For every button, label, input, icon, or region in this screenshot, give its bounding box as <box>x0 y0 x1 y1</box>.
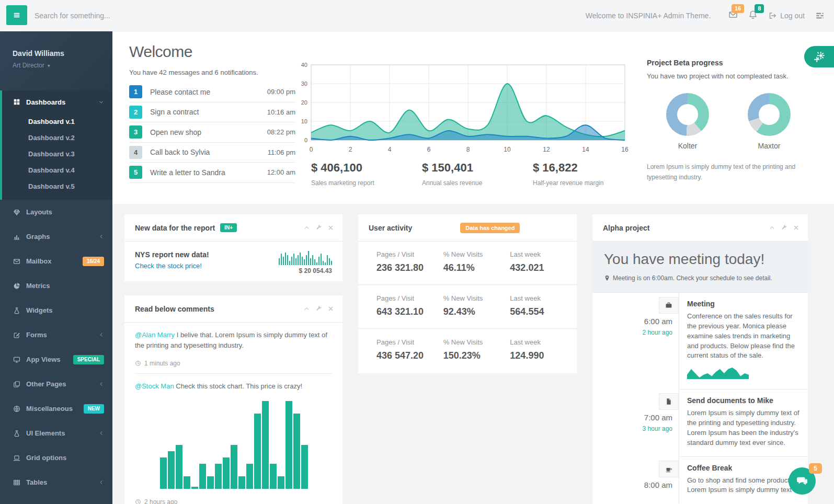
panel-tools <box>769 224 799 231</box>
svg-text:4: 4 <box>388 146 392 153</box>
todo-time: 09:00 pm <box>267 88 295 96</box>
envelope-icon <box>13 258 20 265</box>
stat-label: Annual sales revenue <box>422 179 533 187</box>
bar <box>302 257 303 265</box>
bar <box>301 445 308 489</box>
bar <box>191 487 198 489</box>
timeline-entry-meta: 7:00 am3 hour ago <box>592 389 679 456</box>
bar-chart-icon <box>13 233 20 240</box>
sidebar-item-other-pages[interactable]: Other Pages <box>2 372 112 396</box>
pin-icon <box>604 275 610 281</box>
stock-sparkline-chart <box>278 250 332 265</box>
bar <box>278 476 284 489</box>
chevron-left-icon <box>98 332 104 338</box>
laptop-icon <box>13 454 20 462</box>
messages-button[interactable]: 16 <box>728 10 738 21</box>
todo-label: Open new shop <box>150 128 267 136</box>
meeting-note-text: Meeting is on 6:00am. Check your schedul… <box>613 274 772 282</box>
close-icon[interactable] <box>327 224 334 231</box>
menu-toggle-button[interactable] <box>6 5 27 25</box>
todo-item[interactable]: 3Open new shop08:22 pm <box>129 122 295 143</box>
sidebar-item-ui-elements[interactable]: UI Elements <box>2 421 112 445</box>
sidebar-item-forms[interactable]: Forms <box>2 323 112 347</box>
bar <box>331 261 332 265</box>
todo-item[interactable]: 5Write a letter to Sandra12:00 am <box>129 163 295 183</box>
bar <box>321 254 322 265</box>
sidebar-item-app-views[interactable]: App ViewsSPECIAL <box>2 347 112 372</box>
sidebar-item-layouts[interactable]: Layouts <box>2 200 112 224</box>
todo-item[interactable]: 4Call back to Sylvia11:06 pm <box>129 143 295 163</box>
logout-button[interactable]: Log out <box>768 12 805 20</box>
wrench-icon[interactable] <box>781 224 787 231</box>
wrench-icon[interactable] <box>315 224 322 231</box>
timeline-entry-title: Send documents to Mike <box>687 396 801 405</box>
comment-timestamp: 1 minuts ago <box>135 360 332 367</box>
sidebar-item-label: UI Elements <box>26 429 98 437</box>
bar <box>285 401 292 489</box>
sidebar-item-dashboard-v-1[interactable]: Dashboard v.1 <box>2 113 112 130</box>
todo-time: 11:06 pm <box>268 148 295 156</box>
sidebar-item-miscellaneous[interactable]: MiscellaneousNEW <box>2 396 112 421</box>
timeline-entry-title: Meeting <box>687 300 801 308</box>
svg-text:8: 8 <box>466 146 470 153</box>
coffee-icon <box>665 465 672 473</box>
tasks-icon[interactable] <box>815 11 825 20</box>
timeline-entry-coffee-break: 8:00 amCoffee BreakGo to shop and find s… <box>592 456 808 504</box>
comment-author-link[interactable]: @Stock Man <box>135 382 174 390</box>
sidebar-item-graphs[interactable]: Graphs <box>2 224 112 249</box>
sidebar-item-dashboard-v-2[interactable]: Dashboard v.2 <box>2 130 112 146</box>
bar <box>316 262 317 265</box>
todo-number-badge: 5 <box>129 166 142 179</box>
stock-price-link[interactable]: Check the stock price! <box>135 262 209 270</box>
chevron-up-icon[interactable] <box>303 305 310 312</box>
todo-item[interactable]: 2Sign a contract10:16 am <box>129 102 295 123</box>
sidebar-item-mailbox[interactable]: Mailbox16/24 <box>2 249 112 273</box>
todo-item[interactable]: 1Please contact me09:00 pm <box>129 82 295 102</box>
edit-icon <box>13 331 20 339</box>
chevron-up-icon[interactable] <box>303 224 310 231</box>
data-changed-badge: Data has changed <box>460 223 520 233</box>
bar <box>160 457 167 489</box>
clock-icon <box>135 360 141 366</box>
sidebar-item-dashboard-v-3[interactable]: Dashboard v.3 <box>2 146 112 162</box>
bar <box>312 255 313 265</box>
sidebar-item-dashboards[interactable]: Dashboards <box>2 90 112 113</box>
bar <box>289 261 290 265</box>
chat-button[interactable]: 5 <box>789 467 816 495</box>
notifications-button[interactable]: 8 <box>748 10 758 21</box>
theme-settings-button[interactable] <box>804 46 834 67</box>
comment-author-link[interactable]: @Alan Marry <box>135 331 175 339</box>
project-beta-title: Project Beta progress <box>647 59 810 67</box>
user-activity-row: Pages / Visit236 321.80% New Visits46.11… <box>358 242 577 285</box>
user-role-dropdown[interactable]: Art Director▾ <box>13 62 112 69</box>
user-activity-row: Pages / Visit643 321.10% New Visits92.43… <box>358 285 577 329</box>
sidebar-item-widgets[interactable]: Widgets <box>2 298 112 323</box>
report-text-block: NYS report new data! Check the stock pri… <box>135 250 209 270</box>
sidebar-item-tables[interactable]: Tables <box>2 470 112 495</box>
desktop-icon <box>13 356 20 363</box>
project-beta-panel: Project Beta progress You have two proje… <box>647 59 810 183</box>
welcome-subtitle: You have 42 messages and 6 notifications… <box>129 68 295 76</box>
timeline: 6:00 am2 hour agoMeetingConference on th… <box>592 293 808 503</box>
sidebar-item-metrics[interactable]: Metrics <box>2 273 112 298</box>
bar <box>246 464 253 489</box>
timeline-icon-box <box>659 393 679 410</box>
project-beta-description: Lorem Ipsum is simply dummy text of the … <box>647 162 810 183</box>
chevron-up-icon[interactable] <box>769 224 775 231</box>
bar <box>304 259 305 265</box>
close-icon[interactable] <box>793 224 799 231</box>
chevron-left-icon <box>98 381 104 387</box>
panel-tools <box>303 305 334 312</box>
chat-badge: 5 <box>809 463 822 474</box>
wrench-icon[interactable] <box>315 305 322 312</box>
chevron-down-icon <box>98 99 104 105</box>
sidebar-item-grid-options[interactable]: Grid options <box>2 445 112 470</box>
flask-icon <box>13 430 20 437</box>
sidebar-item-dashboard-v-4[interactable]: Dashboard v.4 <box>2 162 112 178</box>
search-input[interactable] <box>35 7 207 24</box>
dashboard-header-section: Welcome You have 42 messages and 6 notif… <box>112 31 834 204</box>
sidebar-item-label: Mailbox <box>26 257 83 265</box>
close-icon[interactable] <box>327 305 334 312</box>
sidebar-item-dashboard-v-5[interactable]: Dashboard v.5 <box>2 178 112 194</box>
todo-time: 08:22 pm <box>267 128 295 136</box>
